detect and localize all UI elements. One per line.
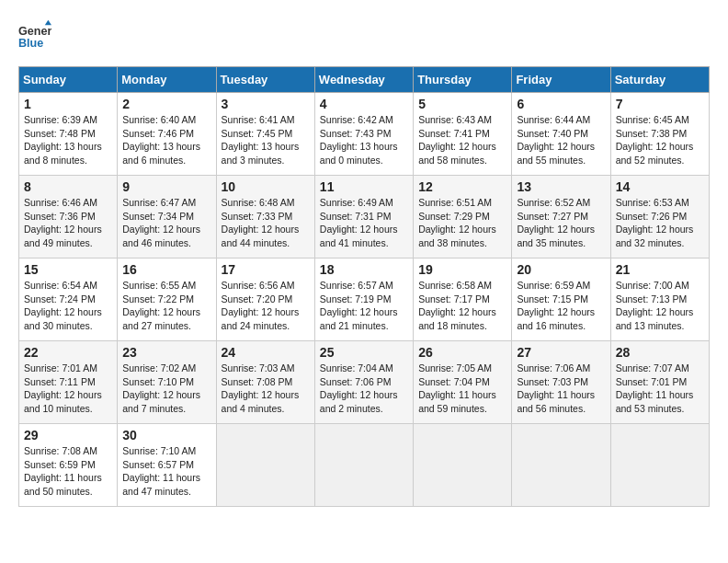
calendar-cell: 16Sunrise: 6:55 AMSunset: 7:22 PMDayligh… [118,259,216,341]
cell-line: Sunset: 7:06 PM [320,375,408,389]
cell-line: Sunrise: 6:48 AM [222,196,310,210]
cell-line: Daylight: 12 hours [517,223,605,236]
calendar-cell: 26Sunrise: 7:05 AMSunset: 7:04 PMDayligh… [414,341,512,424]
calendar-cell: 8Sunrise: 6:46 AMSunset: 7:36 PMDaylight… [19,176,118,259]
cell-line: Daylight: 12 hours [320,305,408,319]
calendar-cell: 23Sunrise: 7:02 AMSunset: 7:10 PMDayligh… [118,341,216,424]
cell-line: Sunrise: 6:54 AM [24,279,112,293]
cell-line: and 8 minutes. [24,154,112,167]
day-number: 10 [222,179,310,194]
day-number: 29 [24,428,112,442]
cell-line: Daylight: 12 hours [222,388,310,402]
day-number: 4 [320,97,408,111]
cell-line: and 18 minutes. [418,319,506,333]
cell-line: Sunrise: 7:05 AM [418,362,506,375]
cell-line: Sunset: 7:26 PM [616,210,704,224]
calendar-cell: 21Sunrise: 7:00 AMSunset: 7:13 PMDayligh… [610,259,709,341]
cell-line: Sunrise: 6:52 AM [517,196,605,210]
cell-line: Sunrise: 6:49 AM [320,196,408,210]
cell-line: and 58 minutes. [418,154,506,167]
page-header: General Blue [18,18,710,52]
cell-line: Daylight: 13 hours [24,140,112,154]
calendar-cell: 27Sunrise: 7:06 AMSunset: 7:03 PMDayligh… [512,341,610,424]
cell-line: and 53 minutes. [616,402,704,416]
cell-line: and 41 minutes. [320,236,408,250]
cell-line: Sunset: 7:34 PM [122,210,210,224]
weekday-header: Tuesday [216,67,314,93]
calendar-week-row: 22Sunrise: 7:01 AMSunset: 7:11 PMDayligh… [19,341,710,424]
day-number: 22 [24,345,112,360]
weekday-header: Thursday [414,67,512,93]
cell-line: Daylight: 12 hours [616,140,704,154]
cell-line: Sunrise: 6:58 AM [418,279,506,293]
cell-line: Daylight: 12 hours [616,305,704,319]
cell-line: Sunrise: 7:03 AM [222,362,310,375]
cell-line: Sunset: 7:43 PM [320,127,408,141]
day-number: 24 [222,345,310,360]
cell-line: and 56 minutes. [517,402,605,416]
cell-line: and 38 minutes. [418,236,506,250]
cell-line: Daylight: 12 hours [616,223,704,236]
cell-line: Sunset: 7:04 PM [418,375,506,389]
cell-line: Sunrise: 6:41 AM [222,113,310,127]
cell-line: Sunset: 7:27 PM [517,210,605,224]
cell-line: and 6 minutes. [122,154,210,167]
cell-line: Sunset: 7:22 PM [122,293,210,306]
cell-line: Sunrise: 6:57 AM [320,279,408,293]
cell-line: Sunrise: 6:40 AM [122,113,210,127]
cell-line: and 13 minutes. [616,319,704,333]
calendar-cell: 2Sunrise: 6:40 AMSunset: 7:46 PMDaylight… [118,93,216,176]
cell-line: Daylight: 12 hours [122,305,210,319]
cell-line: and 3 minutes. [222,154,310,167]
cell-line: Daylight: 12 hours [24,388,112,402]
cell-line: and 27 minutes. [122,319,210,333]
svg-marker-2 [45,20,51,25]
cell-line: Sunset: 7:36 PM [24,210,112,224]
calendar-cell: 14Sunrise: 6:53 AMSunset: 7:26 PMDayligh… [610,176,709,259]
day-number: 7 [616,97,704,111]
cell-line: Daylight: 12 hours [320,223,408,236]
weekday-header: Wednesday [314,67,413,93]
calendar-cell: 24Sunrise: 7:03 AMSunset: 7:08 PMDayligh… [216,341,314,424]
calendar-cell: 15Sunrise: 6:54 AMSunset: 7:24 PMDayligh… [19,259,118,341]
calendar-cell: 3Sunrise: 6:41 AMSunset: 7:45 PMDaylight… [216,93,314,176]
day-number: 1 [24,97,112,111]
calendar-week-row: 15Sunrise: 6:54 AMSunset: 7:24 PMDayligh… [19,259,710,341]
calendar-cell: 22Sunrise: 7:01 AMSunset: 7:11 PMDayligh… [19,341,118,424]
cell-line: and 55 minutes. [517,154,605,167]
cell-line: Daylight: 11 hours [616,388,704,402]
cell-line: Daylight: 11 hours [517,388,605,402]
cell-line: Daylight: 13 hours [222,140,310,154]
cell-line: Sunset: 7:11 PM [24,375,112,389]
cell-line: Daylight: 12 hours [418,305,506,319]
calendar-cell: 4Sunrise: 6:42 AMSunset: 7:43 PMDaylight… [314,93,413,176]
cell-line: and 46 minutes. [122,236,210,250]
day-number: 3 [222,97,310,111]
cell-line: Sunrise: 6:47 AM [122,196,210,210]
cell-line: Sunset: 7:19 PM [320,293,408,306]
calendar-cell: 13Sunrise: 6:52 AMSunset: 7:27 PMDayligh… [512,176,610,259]
svg-text:Blue: Blue [18,37,43,50]
cell-line: Sunset: 7:15 PM [517,293,605,306]
cell-line: Sunset: 7:13 PM [616,293,704,306]
logo-icon: General Blue [18,18,51,52]
cell-line: Daylight: 12 hours [320,388,408,402]
calendar-cell: 18Sunrise: 6:57 AMSunset: 7:19 PMDayligh… [314,259,413,341]
calendar-week-row: 29Sunrise: 7:08 AMSunset: 6:59 PMDayligh… [19,424,710,507]
cell-line: Sunset: 7:10 PM [122,375,210,389]
calendar-cell: 30Sunrise: 7:10 AMSunset: 6:57 PMDayligh… [118,424,216,507]
cell-line: Sunset: 6:59 PM [24,458,112,472]
calendar-cell: 11Sunrise: 6:49 AMSunset: 7:31 PMDayligh… [314,176,413,259]
calendar-cell: 19Sunrise: 6:58 AMSunset: 7:17 PMDayligh… [414,259,512,341]
calendar-cell: 29Sunrise: 7:08 AMSunset: 6:59 PMDayligh… [19,424,118,507]
cell-line: Daylight: 13 hours [320,140,408,154]
cell-line: Sunset: 7:40 PM [517,127,605,141]
cell-line: Sunrise: 6:56 AM [222,279,310,293]
cell-line: Daylight: 12 hours [24,305,112,319]
cell-line: and 47 minutes. [122,485,210,499]
day-number: 17 [222,262,310,277]
cell-line: Daylight: 12 hours [222,223,310,236]
cell-line: Sunrise: 6:55 AM [122,279,210,293]
day-number: 28 [616,345,704,360]
cell-line: Sunset: 7:38 PM [616,127,704,141]
